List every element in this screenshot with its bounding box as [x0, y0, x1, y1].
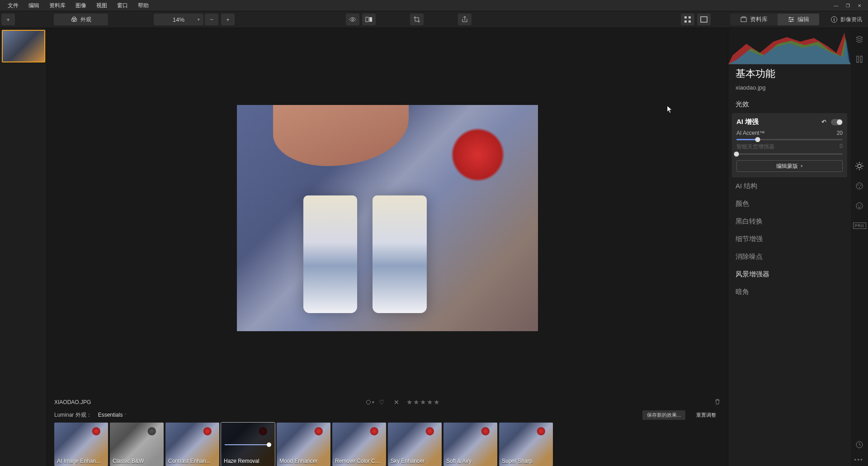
- rail-layers-icon[interactable]: [854, 34, 864, 44]
- mode-library[interactable]: 资料库: [730, 14, 778, 25]
- rail-essentials-icon[interactable]: [854, 161, 864, 171]
- svg-point-25: [860, 205, 861, 206]
- mode-segment: 资料库 编辑: [730, 14, 819, 25]
- appearance-label: 外观: [80, 16, 91, 24]
- color-label-picker[interactable]: [366, 400, 371, 404]
- slider-ai-accent[interactable]: AI Accent™ 20: [736, 130, 843, 140]
- presets-row: AI Image Enhan...Classic B&WContrast Enh…: [47, 421, 728, 466]
- save-look-button[interactable]: 保存新的效果...: [642, 410, 685, 420]
- single-view-button[interactable]: [697, 14, 711, 25]
- menu-edit[interactable]: 编辑: [24, 0, 44, 11]
- canvas-area[interactable]: [47, 28, 728, 395]
- zoom-in-button[interactable]: ＋: [221, 14, 235, 25]
- tool-denoise[interactable]: 消除噪点: [728, 248, 851, 266]
- preset-label: Sky Enhancer: [391, 458, 439, 464]
- rail-canvas-icon[interactable]: [854, 54, 864, 64]
- add-button[interactable]: ＋: [1, 14, 15, 25]
- preset-haze-removal[interactable]: Haze Removal: [221, 423, 275, 466]
- presets-header: Luminar 外观： Essentials ˄ 保存新的效果... 重置调整: [47, 409, 728, 421]
- star-icon[interactable]: ★: [427, 398, 433, 406]
- slider-sky-enhancer[interactable]: 智能天空增强器 0: [736, 143, 843, 155]
- star-rating[interactable]: ★ ★ ★ ★ ★: [406, 398, 439, 406]
- crop-button[interactable]: [410, 14, 424, 25]
- pro-badge: PRO: [853, 223, 866, 229]
- tool-enable-toggle[interactable]: [831, 119, 843, 125]
- zoom-select[interactable]: 14%: [154, 14, 203, 25]
- filmstrip-thumb-selected[interactable]: [2, 30, 45, 62]
- appearance-button[interactable]: 外观: [54, 14, 108, 25]
- preset-ai-image-enhan[interactable]: AI Image Enhan...: [54, 423, 108, 466]
- delete-button[interactable]: [714, 399, 721, 406]
- menu-image[interactable]: 图像: [71, 0, 91, 11]
- tool-bw[interactable]: 黑白转换: [728, 213, 851, 230]
- preset-soft-airy[interactable]: Soft & Airy: [443, 423, 497, 466]
- export-button[interactable]: [458, 14, 472, 25]
- histogram[interactable]: [728, 28, 851, 64]
- toolbar: ＋ 外观 14% − ＋: [0, 11, 868, 28]
- tool-color[interactable]: 颜色: [728, 195, 851, 213]
- library-icon: [740, 16, 747, 23]
- image-info-bar: XIAODAO.JPG ▾ ♡ ✕ ★ ★ ★ ★ ★: [47, 395, 728, 409]
- mode-edit[interactable]: 编辑: [778, 14, 819, 25]
- svg-point-22: [859, 187, 860, 188]
- window-maximize-button[interactable]: ❐: [842, 0, 854, 11]
- main-image[interactable]: [237, 105, 538, 331]
- star-icon[interactable]: ★: [406, 398, 412, 406]
- presets-category[interactable]: Essentials ˄: [98, 412, 127, 418]
- rail-creative-icon[interactable]: [854, 181, 864, 191]
- window-minimize-button[interactable]: —: [830, 0, 842, 11]
- info-button[interactable]: 影像资讯: [826, 14, 867, 25]
- preset-classic-b-w[interactable]: Classic B&W: [110, 423, 164, 466]
- slider-ai-accent-value: 20: [837, 130, 843, 136]
- looks-icon: [71, 16, 78, 23]
- svg-point-18: [858, 164, 861, 168]
- compare-split-button[interactable]: [362, 14, 376, 25]
- favorite-toggle[interactable]: ♡: [379, 399, 385, 406]
- tool-vignette[interactable]: 暗角: [728, 283, 851, 301]
- undo-icon[interactable]: ↶: [821, 119, 826, 125]
- tool-ai-structure[interactable]: AI 结构: [728, 177, 851, 195]
- star-icon[interactable]: ★: [434, 398, 439, 406]
- preset-label: Haze Removal: [224, 458, 272, 464]
- star-icon[interactable]: ★: [413, 398, 419, 406]
- svg-point-3: [352, 19, 354, 20]
- window-close-button[interactable]: ✕: [854, 0, 865, 11]
- menu-view[interactable]: 视图: [91, 0, 112, 11]
- edit-mask-button[interactable]: 编辑蒙版: [736, 160, 843, 172]
- menu-file[interactable]: 文件: [3, 0, 24, 11]
- preset-sky-enhancer[interactable]: Sky Enhancer: [388, 423, 442, 466]
- preset-mood-enhancer[interactable]: Mood Enhancer: [277, 423, 330, 466]
- star-icon[interactable]: ★: [420, 398, 426, 406]
- svg-rect-10: [701, 17, 707, 22]
- rating-clear[interactable]: ✕: [394, 399, 399, 406]
- rail-portrait-icon[interactable]: [854, 201, 864, 211]
- svg-rect-5: [369, 17, 372, 22]
- tool-light[interactable]: 光效: [728, 95, 851, 113]
- svg-rect-7: [689, 16, 691, 19]
- menu-library[interactable]: 资料库: [44, 0, 71, 11]
- menu-window[interactable]: 窗口: [112, 0, 133, 11]
- grid-icon: [684, 16, 691, 23]
- tool-landscape[interactable]: 风景增强器: [728, 266, 851, 283]
- edit-panel: 基本功能 xiaodao.jpg 光效 AI 增强 ↶ AI Accent™ 2…: [728, 28, 851, 466]
- grid-view-button[interactable]: [681, 14, 694, 25]
- preset-remove-color-c[interactable]: Remove Color C...: [332, 423, 386, 466]
- mode-edit-label: 编辑: [797, 15, 809, 24]
- plus-icon: ＋: [5, 16, 12, 23]
- panel-filename: xiaodao.jpg: [728, 82, 851, 95]
- single-icon: [700, 16, 708, 23]
- preview-toggle[interactable]: [346, 14, 359, 25]
- rail-history-icon[interactable]: [854, 440, 864, 450]
- preset-contrast-enhan[interactable]: Contrast Enhan...: [165, 423, 219, 466]
- menu-help[interactable]: 帮助: [133, 0, 154, 11]
- rail-pro-icon[interactable]: PRO: [854, 221, 864, 231]
- compare-icon: [365, 16, 373, 23]
- reset-adjustments-button[interactable]: 重置调整: [692, 410, 721, 420]
- resize-grip-icon: •••: [854, 456, 863, 463]
- tool-ai-enhance-title[interactable]: AI 增强: [736, 118, 759, 126]
- preset-label: Classic B&W: [113, 458, 161, 464]
- tool-detail[interactable]: 细节增强: [728, 230, 851, 248]
- zoom-out-button[interactable]: −: [205, 14, 218, 25]
- svg-point-24: [858, 205, 859, 206]
- preset-super-sharp[interactable]: Super Sharp: [499, 423, 553, 466]
